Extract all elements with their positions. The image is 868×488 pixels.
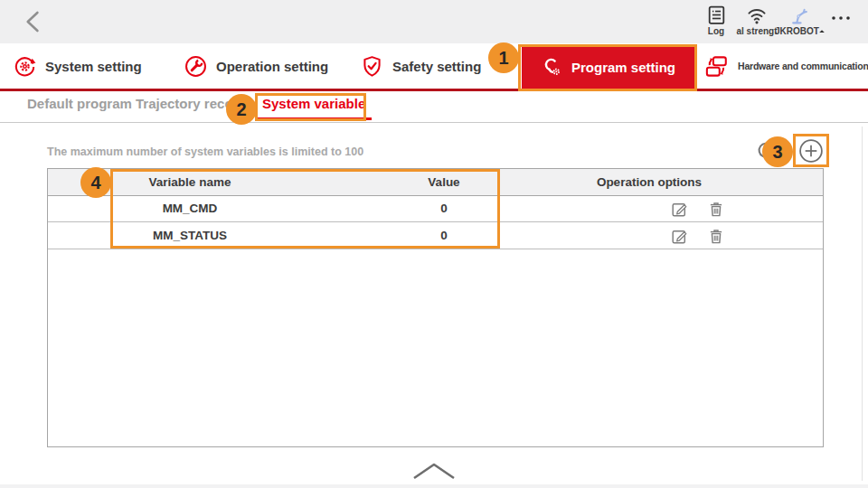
delete-button[interactable]: [706, 199, 726, 219]
program-setting-icon: [541, 56, 563, 79]
operation-setting-icon: [184, 54, 208, 79]
tab-label: Safety setting: [392, 59, 481, 74]
tab-label: Program setting: [571, 60, 675, 75]
cell-variable-name: MM_STATUS: [48, 222, 332, 249]
cell-value: 0: [332, 195, 556, 221]
delete-button[interactable]: [706, 226, 726, 246]
chevron-up-icon: [407, 459, 461, 483]
tab-operation-setting[interactable]: Operation setting: [184, 43, 328, 89]
subtab-trajectory-record[interactable]: Trajectory record: [136, 96, 247, 111]
robot-name-label: JKROBOT: [775, 26, 824, 36]
dropdown-caret-icon: [819, 30, 825, 35]
more-dots-icon: [828, 9, 854, 27]
tab-safety-setting[interactable]: Safety setting: [360, 43, 481, 89]
app-window: Log al strengt JKROBOT: [0, 0, 868, 488]
tab-system-setting[interactable]: System setting: [13, 43, 142, 89]
more-menu-button[interactable]: [823, 9, 859, 27]
refresh-button[interactable]: [754, 139, 778, 163]
max-variables-note: The maximum number of system variables i…: [47, 145, 363, 158]
hardware-communication-icon: [703, 53, 730, 80]
refresh-icon: [754, 139, 778, 163]
cell-variable-name: MM_CMD: [48, 195, 332, 221]
edit-button[interactable]: [670, 199, 690, 219]
chevron-left-icon: [20, 8, 47, 35]
bottom-edge-strip: [0, 484, 868, 488]
wifi-icon: [745, 4, 769, 26]
edit-icon: [670, 226, 690, 246]
expand-panel-button[interactable]: [407, 459, 461, 483]
signal-strength-label: al strengt: [736, 26, 777, 36]
table-header-row: Variable name Value Operation options: [48, 169, 823, 196]
tab-label: System setting: [45, 59, 142, 74]
back-button[interactable]: [20, 8, 47, 35]
plus-circle-icon: [798, 138, 824, 164]
tab-label: Hardware and communication: [738, 61, 868, 71]
add-variable-button[interactable]: [798, 138, 824, 164]
trash-icon: [706, 226, 726, 246]
log-icon: [705, 4, 728, 26]
header-operation-options: Operation options: [500, 169, 798, 195]
header-variable-name: Variable name: [48, 169, 332, 195]
table-row: MM_STATUS 0: [48, 222, 823, 249]
subtab-divider: [0, 122, 868, 123]
edit-icon: [670, 199, 690, 219]
system-variable-table: Variable name Value Operation options MM…: [47, 168, 824, 447]
robot-status-button[interactable]: JKROBOT: [776, 4, 823, 36]
top-status-bar: Log al strengt JKROBOT: [0, 0, 868, 43]
subtab-default-program[interactable]: Default program: [27, 96, 132, 111]
system-setting-icon: [13, 54, 37, 79]
tab-program-setting[interactable]: Program setting: [522, 45, 694, 89]
tab-label: Operation setting: [216, 59, 328, 74]
robot-arm-icon: [788, 4, 811, 26]
scrollbar-track[interactable]: [862, 127, 863, 481]
cell-value: 0: [332, 222, 556, 249]
log-label: Log: [708, 26, 724, 36]
trash-icon: [706, 199, 726, 219]
subtab-system-variable[interactable]: System variable: [262, 96, 365, 111]
log-button[interactable]: Log: [700, 4, 732, 36]
edit-button[interactable]: [670, 226, 690, 246]
table-row: MM_CMD 0: [48, 195, 823, 222]
safety-setting-icon: [360, 54, 384, 79]
nav-underline: [0, 89, 868, 91]
active-subtab-underline: [256, 117, 372, 120]
tab-hardware-communication[interactable]: Hardware and communication: [703, 43, 868, 89]
